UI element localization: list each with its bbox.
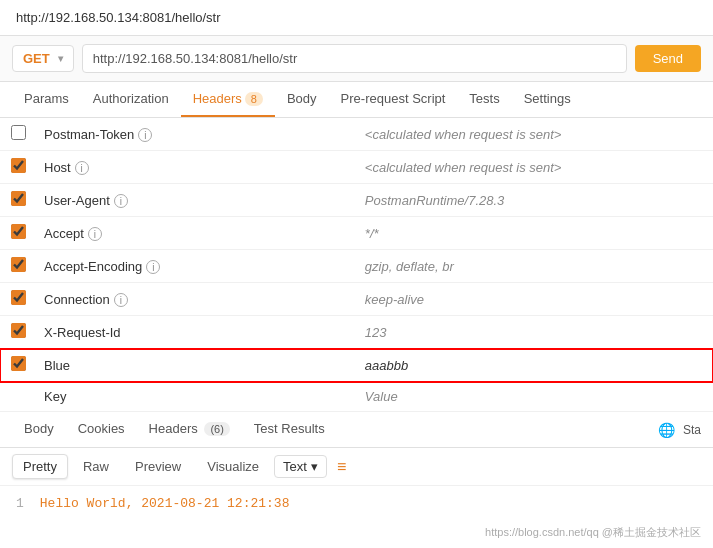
header-checkbox-3[interactable] — [11, 224, 26, 239]
top-url: http://192.168.50.134:8081/hello/str — [16, 10, 221, 25]
value-placeholder[interactable]: Value — [357, 382, 713, 412]
filter-icon[interactable]: ≡ — [337, 458, 346, 476]
table-row: Hosti <calculated when request is sent> — [0, 151, 713, 184]
response-text: Hello World, 2021-08-21 12:21:38 — [40, 496, 290, 511]
method-select[interactable]: GET ▾ — [12, 45, 74, 72]
header-key: Blue — [44, 358, 70, 373]
line-number: 1 — [16, 496, 24, 511]
status-label: Sta — [683, 423, 701, 437]
response-tab-testresults[interactable]: Test Results — [242, 412, 337, 447]
response-tab-cookies[interactable]: Cookies — [66, 412, 137, 447]
format-pretty[interactable]: Pretty — [12, 454, 68, 479]
tab-authorization[interactable]: Authorization — [81, 82, 181, 117]
table-row-blue: Blue aaabbb — [0, 349, 713, 382]
info-icon[interactable]: i — [75, 161, 89, 175]
table-row: User-Agenti PostmanRuntime/7.28.3 — [0, 184, 713, 217]
header-value: <calculated when request is sent> — [357, 151, 713, 184]
header-value: */* — [357, 217, 713, 250]
key-placeholder[interactable]: Key — [36, 382, 357, 412]
header-checkbox-6[interactable] — [11, 323, 26, 338]
header-value: aaabbb — [357, 349, 713, 382]
response-tab-headers[interactable]: Headers (6) — [137, 412, 242, 447]
tab-params[interactable]: Params — [12, 82, 81, 117]
response-tab-body[interactable]: Body — [12, 412, 66, 447]
tab-body[interactable]: Body — [275, 82, 329, 117]
header-value: gzip, deflate, br — [357, 250, 713, 283]
chevron-down-icon: ▾ — [311, 459, 318, 474]
header-checkbox-0[interactable] — [11, 125, 26, 140]
header-key: Host — [44, 160, 71, 175]
format-visualize[interactable]: Visualize — [196, 454, 270, 479]
table-row-empty: Key Value — [0, 382, 713, 412]
headers-table: Postman-Tokeni <calculated when request … — [0, 118, 713, 412]
info-icon[interactable]: i — [146, 260, 160, 274]
response-body: 1Hello World, 2021-08-21 12:21:38 — [0, 486, 713, 521]
text-type-select[interactable]: Text ▾ — [274, 455, 327, 478]
header-key: Connection — [44, 292, 110, 307]
text-type-label: Text — [283, 459, 307, 474]
header-checkbox-5[interactable] — [11, 290, 26, 305]
header-value: keep-alive — [357, 283, 713, 316]
request-tabs: Params Authorization Headers8 Body Pre-r… — [0, 82, 713, 118]
tab-settings[interactable]: Settings — [512, 82, 583, 117]
header-key: Accept — [44, 226, 84, 241]
watermark: https://blog.csdn.net/qq @稀土掘金技术社区 — [0, 521, 713, 544]
url-input[interactable] — [82, 44, 627, 73]
format-preview[interactable]: Preview — [124, 454, 192, 479]
header-value: PostmanRuntime/7.28.3 — [357, 184, 713, 217]
format-bar: Pretty Raw Preview Visualize Text ▾ ≡ — [0, 448, 713, 486]
header-checkbox-7[interactable] — [11, 356, 26, 371]
info-icon[interactable]: i — [138, 128, 152, 142]
header-key: User-Agent — [44, 193, 110, 208]
globe-icon: 🌐 — [658, 422, 675, 438]
response-tabs: Body Cookies Headers (6) Test Results 🌐 … — [0, 412, 713, 448]
table-row: Connectioni keep-alive — [0, 283, 713, 316]
chevron-down-icon: ▾ — [58, 53, 63, 64]
header-value: <calculated when request is sent> — [357, 118, 713, 151]
format-raw[interactable]: Raw — [72, 454, 120, 479]
method-label: GET — [23, 51, 50, 66]
header-checkbox-4[interactable] — [11, 257, 26, 272]
table-row: Postman-Tokeni <calculated when request … — [0, 118, 713, 151]
header-key: Accept-Encoding — [44, 259, 142, 274]
table-row: X-Request-Id 123 — [0, 316, 713, 349]
header-checkbox-1[interactable] — [11, 158, 26, 173]
tab-tests[interactable]: Tests — [457, 82, 511, 117]
request-bar: GET ▾ Send — [0, 36, 713, 82]
status-area: 🌐 Sta — [658, 422, 701, 438]
header-value: 123 — [357, 316, 713, 349]
send-button[interactable]: Send — [635, 45, 701, 72]
top-bar: http://192.168.50.134:8081/hello/str — [0, 0, 713, 36]
header-key: X-Request-Id — [44, 325, 121, 340]
info-icon[interactable]: i — [88, 227, 102, 241]
table-row: Accepti */* — [0, 217, 713, 250]
tab-prerequest[interactable]: Pre-request Script — [329, 82, 458, 117]
info-icon[interactable]: i — [114, 293, 128, 307]
header-key: Postman-Token — [44, 127, 134, 142]
table-row: Accept-Encodingi gzip, deflate, br — [0, 250, 713, 283]
header-checkbox-2[interactable] — [11, 191, 26, 206]
info-icon[interactable]: i — [114, 194, 128, 208]
tab-headers[interactable]: Headers8 — [181, 82, 275, 117]
